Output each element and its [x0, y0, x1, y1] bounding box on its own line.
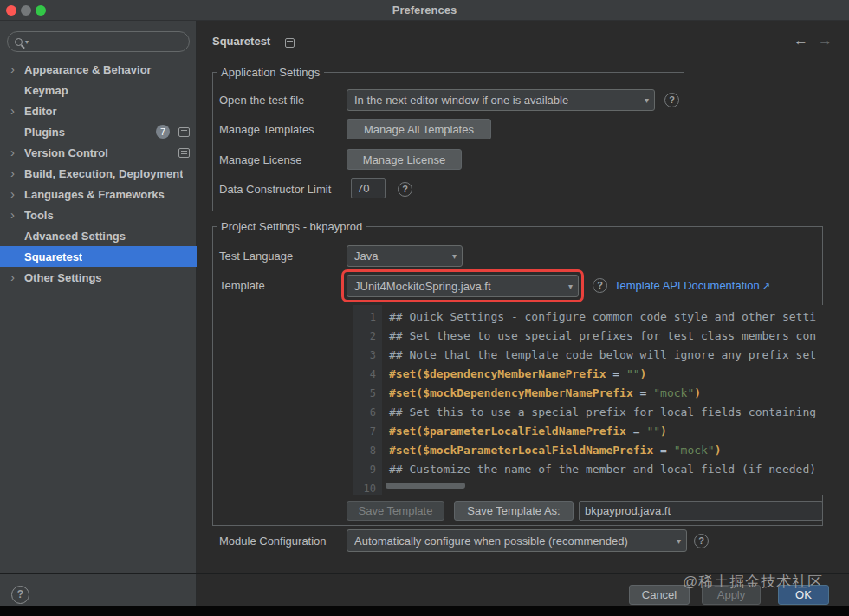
manage-license-button[interactable]: Manage License: [347, 149, 462, 170]
settings-search-input[interactable]: [31, 36, 182, 49]
open-test-file-select[interactable]: In the next editor window if one is avai…: [347, 89, 655, 111]
cancel-button[interactable]: Cancel: [629, 585, 690, 605]
test-language-select[interactable]: Java ▾: [347, 245, 463, 267]
sidebar-item-label: Languages & Frameworks: [24, 188, 165, 201]
help-icon[interactable]: ?: [398, 182, 412, 197]
settings-tree: › Appearance & Behavior Keymap › Editor …: [0, 59, 197, 288]
window-title: Preferences: [0, 3, 849, 16]
sidebar-item-label: Plugins: [24, 126, 65, 139]
code-text: ## Set these to use special prefixes for…: [382, 327, 816, 346]
module-configuration-select[interactable]: Automatically configure when possible (r…: [347, 529, 687, 552]
sidebar-item-tools[interactable]: › Tools: [0, 204, 197, 225]
back-arrow-button[interactable]: ←: [794, 32, 808, 49]
line-number: 6: [353, 403, 382, 422]
chevron-right-icon: ›: [10, 164, 24, 183]
chevron-down-icon: ▾: [639, 95, 649, 105]
sidebar-item-build-execution-deployment[interactable]: › Build, Execution, Deployment: [0, 163, 197, 184]
data-constructor-limit-label: Data Constructor Limit: [219, 183, 331, 196]
line-number: 4: [353, 365, 382, 384]
plugins-modified-icon: [178, 127, 190, 137]
chevron-right-icon: ›: [10, 101, 24, 120]
code-text: #set($parameterLocalFieldNamePrefix = ""…: [382, 422, 667, 441]
save-template-as-button[interactable]: Save Template As:: [454, 501, 574, 521]
application-settings-group-title: Application Settings: [217, 66, 324, 79]
test-language-label: Test Language: [219, 250, 293, 263]
sidebar-item-version-control[interactable]: › Version Control: [0, 142, 197, 163]
chevron-right-icon: ›: [10, 185, 24, 204]
page-title: Squaretest: [212, 35, 270, 48]
manage-all-templates-button[interactable]: Manage All Templates: [347, 119, 491, 139]
code-line[interactable]: 9## Customize the name of the member and…: [353, 460, 823, 479]
code-lines: 1## Quick Settings - configure common co…: [353, 305, 823, 495]
help-icon[interactable]: ?: [593, 278, 607, 293]
open-test-file-label: Open the test file: [219, 94, 304, 107]
sidebar-item-label: Keymap: [24, 84, 68, 97]
template-api-doc-link[interactable]: Template API Documentation↗: [614, 279, 770, 292]
plugins-count-badge: 7: [156, 125, 170, 139]
sidebar-item-squaretest[interactable]: Squaretest: [0, 246, 197, 267]
save-template-as-filename-input[interactable]: [579, 501, 823, 521]
data-constructor-limit-input[interactable]: [351, 178, 386, 198]
chevron-down-icon: ▾: [563, 282, 573, 291]
help-icon[interactable]: ?: [694, 534, 709, 548]
footer-separator: [0, 573, 849, 574]
chevron-down-icon: ▾: [671, 536, 681, 546]
save-template-button[interactable]: Save Template: [347, 501, 444, 521]
line-number: 7: [353, 422, 382, 441]
line-number: 3: [353, 346, 382, 365]
line-number: 2: [353, 327, 382, 346]
chevron-right-icon: ›: [10, 205, 24, 224]
sidebar-item-languages-frameworks[interactable]: › Languages & Frameworks: [0, 184, 197, 204]
sidebar-item-appearance-behavior[interactable]: › Appearance & Behavior: [0, 59, 197, 80]
code-text: ## Set this to use a special prefix for …: [382, 403, 816, 422]
code-line[interactable]: 3## Note that the template code below wi…: [353, 346, 823, 365]
line-number: 9: [353, 460, 382, 479]
external-link-icon: ↗: [760, 281, 770, 291]
horizontal-scrollbar[interactable]: [386, 483, 465, 489]
module-configuration-label: Module Configuration: [219, 535, 327, 548]
sidebar-item-label: Build, Execution, Deployment: [24, 167, 183, 180]
chevron-right-icon: ›: [10, 143, 24, 162]
apply-button[interactable]: Apply: [702, 585, 761, 605]
line-number: 5: [353, 384, 382, 403]
sidebar-item-editor[interactable]: › Editor: [0, 101, 197, 121]
bottom-black-strip: [0, 606, 849, 616]
sidebar-item-label: Appearance & Behavior: [24, 63, 152, 76]
sidebar-item-keymap[interactable]: Keymap: [0, 80, 197, 101]
sidebar-item-label: Editor: [24, 105, 57, 118]
sidebar-item-label: Advanced Settings: [24, 230, 126, 243]
sidebar-item-label: Squaretest: [24, 250, 82, 263]
ok-button[interactable]: OK: [778, 585, 829, 605]
help-icon[interactable]: ?: [664, 93, 679, 107]
chevron-down-icon: ▾: [447, 251, 457, 261]
code-line[interactable]: 2## Set these to use special prefixes fo…: [353, 327, 823, 346]
sidebar-item-advanced-settings[interactable]: Advanced Settings: [0, 225, 197, 246]
settings-search-box[interactable]: ▾: [7, 31, 190, 52]
project-settings-group-title: Project Settings - bkpayprod: [217, 220, 366, 233]
code-line[interactable]: 4#set($dependencyMemberNamePrefix = ""): [353, 365, 823, 384]
code-line[interactable]: 7#set($parameterLocalFieldNamePrefix = "…: [353, 422, 823, 441]
template-label: Template: [219, 279, 265, 292]
sidebar-item-label: Other Settings: [24, 271, 102, 284]
select-value: In the next editor window if one is avai…: [354, 94, 639, 107]
sidebar-item-other-settings[interactable]: › Other Settings: [0, 267, 197, 288]
code-line[interactable]: 1## Quick Settings - configure common co…: [353, 308, 823, 327]
code-line[interactable]: 8#set($mockParameterLocalFieldNamePrefix…: [353, 441, 823, 460]
manage-license-label: Manage License: [219, 153, 301, 166]
dialog-help-button[interactable]: ?: [11, 586, 29, 604]
squaretest-page-icon: [285, 38, 295, 48]
code-text: ## Quick Settings - configure common cod…: [382, 308, 816, 327]
code-text: #set($mockDependencyMemberNamePrefix = "…: [382, 384, 701, 403]
code-text: ## Customize the name of the member and …: [382, 460, 816, 479]
settings-sidebar: ▾ › Appearance & Behavior Keymap › Edito…: [0, 21, 197, 606]
code-text: ## Note that the template code below wil…: [382, 346, 816, 365]
template-code-editor[interactable]: 1## Quick Settings - configure common co…: [353, 305, 823, 495]
title-bar: Preferences: [0, 0, 849, 21]
code-line[interactable]: 5#set($mockDependencyMemberNamePrefix = …: [353, 384, 823, 403]
chevron-right-icon: ›: [10, 60, 24, 79]
code-line[interactable]: 6## Set this to use a special prefix for…: [353, 403, 823, 422]
select-value: Java: [354, 250, 447, 263]
sidebar-item-plugins[interactable]: Plugins 7: [0, 121, 197, 142]
forward-arrow-button[interactable]: →: [818, 32, 833, 49]
template-select[interactable]: JUnit4MockitoSpring.java.ft ▾: [347, 275, 579, 297]
